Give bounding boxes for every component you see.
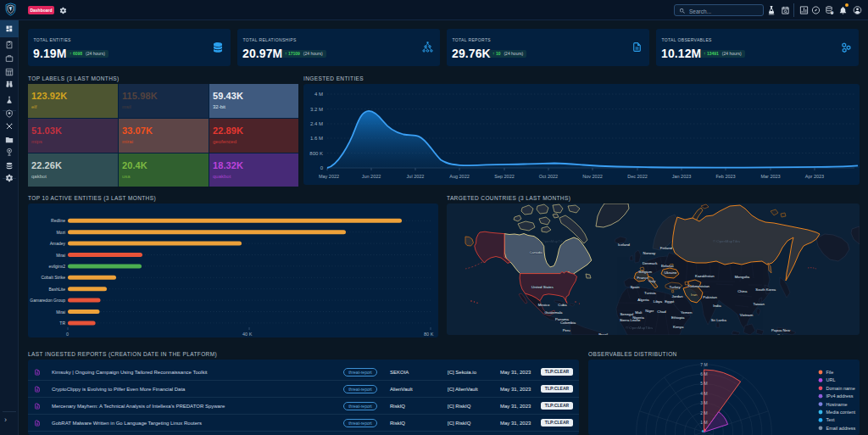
svg-text:800 K: 800 K	[309, 151, 323, 156]
svg-text:BashLite: BashLite	[49, 287, 66, 292]
svg-text:© OpenMapTiles: © OpenMapTiles	[713, 239, 740, 243]
svg-text:40 K: 40 K	[242, 332, 253, 337]
svg-text:Tunisia: Tunisia	[644, 291, 656, 295]
svg-text:Sep 2022: Sep 2022	[494, 174, 515, 179]
svg-text:Canada: Canada	[529, 250, 542, 254]
svg-text:Belgium: Belgium	[639, 270, 653, 274]
svg-text:France: France	[637, 276, 649, 280]
svg-text:Turkey: Turkey	[670, 285, 682, 289]
svg-text:Nov 2022: Nov 2022	[582, 174, 603, 179]
svg-text:2 M: 2 M	[700, 410, 707, 415]
svg-text:Colombia: Colombia	[560, 321, 576, 325]
svg-text:Apr 2023: Apr 2023	[805, 174, 824, 179]
svg-text:Jordan: Jordan	[672, 294, 684, 298]
svg-text:Aug 2022: Aug 2022	[449, 174, 470, 179]
svg-text:?: ?	[832, 11, 833, 14]
svg-text:Niger: Niger	[645, 309, 654, 313]
svg-text:Pakistan: Pakistan	[703, 295, 717, 299]
svg-text:© OpenMapTiles: © OpenMapTiles	[538, 239, 565, 243]
svg-text:Iran: Iran	[691, 293, 698, 297]
svg-text:Egypt: Egypt	[665, 299, 675, 304]
svg-text:4 M: 4 M	[314, 92, 323, 97]
svg-text:Sri Lanka: Sri Lanka	[711, 318, 727, 322]
svg-text:Guinea: Guinea	[777, 333, 789, 336]
svg-text:Dec 2022: Dec 2022	[627, 174, 648, 179]
svg-text:Redline: Redline	[51, 218, 65, 223]
svg-text:Mirai: Mirai	[56, 253, 65, 258]
svg-text:China: China	[737, 289, 748, 293]
svg-text:Libya: Libya	[654, 299, 663, 304]
svg-text:United States: United States	[531, 285, 554, 289]
svg-text:Email address: Email address	[826, 426, 856, 431]
svg-text:May 2022: May 2022	[319, 174, 339, 179]
svg-text:India: India	[713, 304, 721, 308]
svg-text:Algeria: Algeria	[637, 298, 649, 302]
svg-text:Mirai: Mirai	[56, 310, 65, 315]
svg-text:1.6 M: 1.6 M	[310, 136, 323, 141]
svg-text:TR: TR	[59, 321, 65, 326]
svg-text:Amadey: Amadey	[50, 241, 66, 246]
svg-text:Vietnam: Vietnam	[740, 313, 754, 317]
svg-text:Ukraine: Ukraine	[665, 270, 677, 275]
svg-text:Jun 2022: Jun 2022	[362, 174, 381, 179]
svg-text:Guatemala: Guatemala	[544, 310, 563, 315]
svg-text:6 M: 6 M	[700, 371, 707, 376]
svg-text:Cobalt Strike: Cobalt Strike	[41, 275, 65, 280]
svg-text:2.4 M: 2.4 M	[310, 121, 323, 126]
svg-text:0: 0	[320, 165, 324, 170]
svg-text:evilginx2: evilginx2	[49, 264, 66, 269]
svg-text:80 K: 80 K	[424, 332, 434, 337]
svg-text:Mar 2023: Mar 2023	[760, 174, 780, 179]
svg-text:Taiwan: Taiwan	[754, 302, 765, 306]
svg-text:Mongolia: Mongolia	[735, 275, 750, 279]
svg-text:Oct 2022: Oct 2022	[539, 174, 558, 179]
svg-text:Kenya: Kenya	[673, 325, 684, 329]
svg-text:© OpenMapTiles: © OpenMapTiles	[626, 326, 653, 330]
svg-text:Brazil: Brazil	[598, 332, 608, 336]
svg-text:Text: Text	[826, 417, 836, 422]
svg-text:Italy: Italy	[649, 279, 657, 283]
svg-text:Finland: Finland	[660, 246, 673, 250]
svg-text:3 M: 3 M	[700, 400, 707, 405]
svg-text:Gamaredon Group: Gamaredon Group	[30, 298, 65, 303]
svg-text:Yemen: Yemen	[681, 310, 693, 315]
svg-text:5 M: 5 M	[700, 381, 707, 386]
svg-text:South Korea: South Korea	[755, 287, 776, 292]
svg-text:Domain name: Domain name	[826, 386, 855, 391]
svg-text:Jul 2022: Jul 2022	[407, 174, 425, 179]
svg-text:Media content: Media content	[826, 410, 856, 415]
svg-text:Hostname: Hostname	[826, 402, 848, 407]
svg-text:Mozi: Mozi	[56, 230, 65, 235]
svg-text:Norway: Norway	[643, 251, 656, 255]
svg-text:Spain: Spain	[630, 285, 640, 289]
svg-text:Mexico: Mexico	[538, 303, 550, 307]
svg-text:Feb 2023: Feb 2023	[715, 174, 735, 179]
svg-text:7 M: 7 M	[700, 362, 707, 367]
svg-text:4 M: 4 M	[700, 391, 707, 396]
svg-text:3.2 M: 3.2 M	[310, 107, 323, 112]
svg-text:Ethiopia: Ethiopia	[671, 315, 685, 320]
svg-text:Turkmenistan: Turkmenistan	[687, 284, 709, 288]
svg-text:Kazakhstan: Kazakhstan	[695, 274, 715, 278]
svg-text:Peru: Peru	[563, 328, 571, 332]
svg-text:IPv4 address: IPv4 address	[826, 393, 854, 399]
svg-text:Cuba: Cuba	[558, 303, 567, 307]
svg-text:1 M: 1 M	[700, 420, 707, 425]
svg-text:URL: URL	[826, 377, 836, 382]
svg-text:Nigeria: Nigeria	[632, 315, 644, 320]
svg-text:0: 0	[66, 332, 69, 337]
svg-text:Iceland: Iceland	[618, 243, 630, 247]
svg-text:File: File	[826, 370, 834, 375]
svg-text:Jan 2023: Jan 2023	[672, 174, 692, 179]
